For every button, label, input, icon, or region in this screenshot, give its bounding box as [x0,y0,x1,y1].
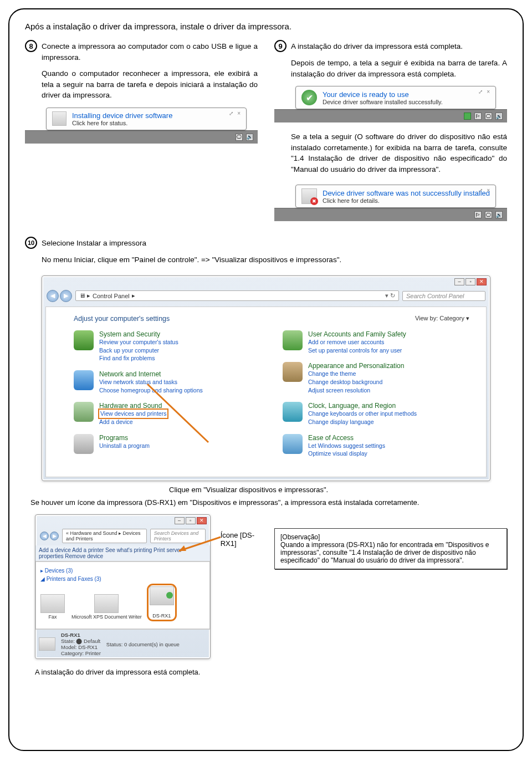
step-9: 9 A instalação do driver da impressora e… [274,41,507,221]
maximize-button[interactable]: ▫ [186,517,196,524]
step-10-line: No menu Iniciar, clique em "Painel de co… [42,254,507,265]
control-panel-window: – ▫ ✕ ◀ ▶ 🖥 ▸ Control Panel ▸ ▾ ↻ Search… [42,275,490,481]
status-model: Model: DS-RX1 [61,644,98,650]
step-number-9: 9 [274,40,287,52]
back-button[interactable]: ◀ [40,532,49,540]
balloon-installing-sub: Click here for status. [72,120,172,126]
cp-link[interactable]: Uninstall a program [99,442,150,450]
cp-link[interactable]: Change desktop background [308,378,404,386]
cp-category[interactable]: Appearance and Personalization [308,362,404,370]
tray-icon: 🖵 [236,134,243,141]
fax-icon [40,594,65,613]
cp-link[interactable]: Optimize visual display [308,450,385,458]
step-9-line-1: A instalação do driver da impressora est… [291,41,463,52]
cp-category[interactable]: User Accounts and Family Safety [308,330,406,338]
installed-note: Se houver um ícone da impressora (DS-RX1… [30,498,507,507]
tray-icon: 🏳 [474,211,482,218]
address-bar[interactable]: 🖥 ▸ Control Panel ▸ ▾ ↻ [75,290,399,301]
install-icon [52,111,66,126]
cp-link[interactable]: Add or remove user accounts [308,338,406,346]
minimize-button[interactable]: – [175,517,185,524]
device-label: Microsoft XPS Document Writer [71,614,142,620]
step-number-10: 10 [25,237,37,249]
observation-box: [Observação] Quando a impressora (DS-RX1… [274,528,507,569]
dsrx1-label: Ícone [DS-RX1] [221,531,264,548]
minimize-button[interactable]: – [454,278,464,285]
step-8: 8 Conecte a impressora ao computador com… [25,41,258,221]
cp-link[interactable]: Add a device [99,418,167,426]
tray-icon: 🖵 [485,113,492,120]
printer-icon [39,637,55,651]
system-security-icon [74,330,94,350]
status-category: Category: Printer [61,650,101,656]
printers-section[interactable]: ◢ Printers and Faxes (3) [40,576,205,582]
close-button[interactable]: ✕ [197,517,207,524]
device-label: Fax [48,614,57,620]
balloon-ready-sub: Device driver software installed success… [323,99,443,105]
cp-category[interactable]: Ease of Access [308,434,385,442]
cp-link[interactable]: Review your computer's status [99,338,178,346]
status-state: State: ⬤ Default [61,638,100,644]
shield-icon [464,113,471,120]
cp-category[interactable]: Hardware and Sound [99,402,167,410]
cp-link[interactable]: Back up your computer [99,346,178,355]
balloon-installing-title: Installing device driver software [72,111,172,120]
cp-link[interactable]: Change display language [308,418,417,426]
maximize-button[interactable]: ▫ [466,278,475,285]
balloon-ready: ✔ Your device is ready to use Device dri… [295,86,496,109]
cp-link[interactable]: Let Windows suggest settings [308,442,385,450]
observation-title: [Observação] [280,533,501,541]
cp-viewby[interactable]: View by: Category ▾ [415,315,469,323]
user-accounts-icon [283,330,303,350]
close-button[interactable]: ✕ [477,278,487,285]
step-9-note: Se a tela a seguir (O software do driver… [291,131,507,175]
devices-printers-window: – ▫ ✕ ◀ ▶ « Hardware and Sound ▸ Devices… [35,514,211,659]
balloon-close-icon: ⤢ × [478,89,491,95]
cp-category[interactable]: Programs [99,434,150,442]
breadcrumb: Control Panel [93,293,130,299]
printer-item-dsrx1[interactable]: DS-RX1 [149,585,175,620]
cp-category[interactable]: System and Security [99,330,178,338]
search-input[interactable]: Search Devices and Printers [150,529,206,543]
tray-icon: 🔊 [495,211,503,218]
step-8-line-2: Quando o computador reconhecer a impress… [42,68,258,101]
tray-icon: 🔊 [246,134,253,141]
final-line: A instalação do driver da impressora est… [35,668,507,676]
printer-item-xps[interactable]: Microsoft XPS Document Writer [71,594,142,620]
forward-button[interactable]: ▶ [50,532,59,540]
step-8-line-1: Conecte a impressora ao computador com o… [42,41,258,63]
cp-category[interactable]: Network and Internet [99,370,203,378]
cp-link[interactable]: Choose homegroup and sharing options [99,386,203,395]
back-button[interactable]: ◀ [47,290,59,302]
taskbar: 🖵 🔊 [25,130,258,144]
step-9-line-2: Depois de tempo, a tela a seguir é exibi… [291,58,507,79]
cp-link[interactable]: View network status and tasks [99,378,203,386]
balloon-ready-title: Your device is ready to use [323,90,443,99]
balloon-close-icon: ⤢ × [229,110,242,116]
balloon-fail-sub: Click here for details. [323,197,490,204]
status-docs: Status: 0 document(s) in queue [106,641,180,647]
devices-toolbar[interactable]: Add a device Add a printer See what's pr… [35,545,210,561]
cp-link[interactable]: Find and fix problems [99,354,178,362]
printer-item-fax[interactable]: Fax [40,594,65,620]
devices-section[interactable]: ▸ Devices (3) [40,568,205,574]
address-bar[interactable]: « Hardware and Sound ▸ Devices and Print… [62,529,147,543]
page-title: Após a instalação o driver da impressora… [25,22,507,31]
step-10: 10 Selecione Instalar a impressora No me… [25,238,507,676]
view-devices-printers-link[interactable]: View devices and printers [99,410,167,418]
balloon-fail-title: Device driver software was not successfu… [323,189,490,197]
search-input[interactable]: Search Control Panel [402,291,485,301]
step-number-8: 8 [25,40,37,52]
status-name: DS-RX1 [61,632,80,638]
tray-icon: 🖵 [485,211,492,218]
forward-button[interactable]: ▶ [60,290,72,302]
tray-icon: 🔊 [495,113,503,120]
cp-link[interactable]: Set up parental controls for any user [308,346,406,355]
balloon-installing: Installing device driver software Click … [46,108,247,130]
tray-icon: 🏳 [474,113,482,120]
click-caption: Clique em "Visualizar dispositivos e imp… [169,486,335,494]
cp-link[interactable]: Change keyboards or other input methods [308,410,417,418]
cp-link[interactable]: Change the theme [308,370,404,378]
cp-link[interactable]: Adjust screen resolution [308,386,404,395]
cp-category[interactable]: Clock, Language, and Region [308,402,417,410]
